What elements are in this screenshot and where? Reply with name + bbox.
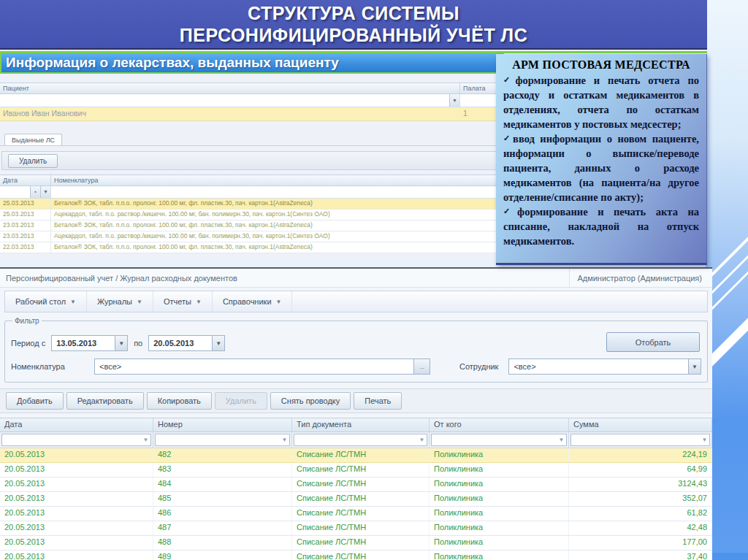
row-doc-type: Списание ЛС/ТМН: [292, 521, 430, 535]
toolbar-button-печать[interactable]: Печать: [354, 392, 402, 410]
toolbar-button-снять-проводку[interactable]: Снять проводку: [270, 392, 351, 410]
tab-strip: Выданные ЛС: [0, 132, 504, 145]
document-table-row[interactable]: 20.05.2013487Списание ЛС/ТМНПоликлиника4…: [0, 521, 712, 536]
row-date: 20.05.2013: [0, 536, 153, 550]
menu-item-журналы[interactable]: Журналы▼: [87, 291, 153, 312]
filter-funnel-icon[interactable]: ▼: [141, 437, 150, 443]
toolbar-button-копировать[interactable]: Копировать: [147, 392, 212, 410]
drug-table-row[interactable]: 25.03.2013Беталок® ЗОК, табл. п.п.о. про…: [0, 199, 504, 210]
row-doc-type: Списание ЛС/ТМН: [292, 507, 430, 521]
document-table-row[interactable]: 20.05.2013488Списание ЛС/ТМНПоликлиника1…: [0, 536, 712, 551]
employee-input[interactable]: <все> ▼: [508, 358, 701, 375]
row-number: 487: [153, 521, 292, 535]
toolbar-button-добавить[interactable]: Добавить: [6, 392, 64, 410]
drug-table-row[interactable]: 23.03.2013Ацекардол, табл. п.о. раствор.…: [0, 231, 504, 242]
column-header-date[interactable]: Дата: [0, 175, 51, 185]
filter-input[interactable]: ▼: [155, 434, 290, 446]
document-table-row[interactable]: 20.05.2013483Списание ЛС/ТМНПоликлиника6…: [0, 463, 712, 477]
row-from: Поликлиника: [430, 507, 569, 521]
period-from-label: Период с: [11, 339, 45, 348]
slide-header: СТРУКТУРА СИСТЕМЫ ПЕРСОНИФИЦИРОВАННЫЙ УЧ…: [0, 0, 707, 50]
drug-row-nomenclature: Ацекардол, табл. п.о. раствор./кишечн. 1…: [51, 210, 504, 220]
row-number: 483: [153, 463, 292, 477]
chevron-down-icon[interactable]: ▼: [688, 359, 701, 374]
patient-selected-row[interactable]: Иванов Иван Иванович 1: [0, 107, 504, 121]
calendar-combo-icon[interactable]: ▪: [30, 186, 40, 198]
drug-row-nomenclature: Беталок® ЗОК, табл. п.п.о. пролонг. 100.…: [51, 199, 504, 209]
filter-cell: ▼: [0, 432, 153, 448]
drug-table-row[interactable]: 25.03.2013Ацекардол, табл. п.о. раствор.…: [0, 210, 504, 220]
toolbar-button-редактировать[interactable]: Редактировать: [66, 392, 144, 410]
chevron-down-icon[interactable]: ▼: [449, 94, 459, 107]
document-table-row[interactable]: 20.05.2013486Списание ЛС/ТМНПоликлиника6…: [0, 507, 712, 521]
row-sum: 37,40: [569, 551, 712, 560]
menu-bar: Рабочий стол▼Журналы▼Отчеты▼Справочники▼: [4, 291, 708, 312]
column-header-2[interactable]: Номер: [153, 418, 292, 431]
document-toolbar: ДобавитьРедактироватьКопироватьУдалитьСн…: [0, 388, 712, 413]
document-table-row[interactable]: 20.05.2013489Списание ЛС/ТМНПоликлиника3…: [0, 551, 712, 560]
menu-item-справочники[interactable]: Справочники▼: [213, 291, 293, 312]
filter-funnel-icon[interactable]: ▼: [280, 437, 289, 443]
chevron-down-icon[interactable]: ▼: [40, 186, 50, 198]
filter-cell: ▼: [292, 432, 430, 448]
column-header-nomenclature[interactable]: Номенклатура: [51, 175, 504, 185]
ellipsis-button[interactable]: ...: [413, 359, 430, 374]
filter-funnel-icon[interactable]: ▼: [700, 437, 709, 443]
document-table-row[interactable]: 20.05.2013485Списание ЛС/ТМНПоликлиника3…: [0, 492, 712, 507]
annotation-panel: АРМ ПОСТОВАЯ МЕДСЕСТРА ✓формирование и п…: [496, 54, 707, 265]
drug-row-nomenclature: Беталок® ЗОК, табл. п.п.о. пролонг. 100.…: [51, 220, 504, 231]
drug-nomenclature-filter[interactable]: [51, 186, 504, 198]
period-from-input[interactable]: 13.05.2013 ▼: [51, 335, 128, 351]
filter-input[interactable]: ▼: [1, 434, 151, 446]
row-from: Поликлиника: [430, 492, 569, 506]
menu-item-label: Отчеты: [164, 297, 191, 306]
filter-input[interactable]: ▼: [294, 434, 427, 446]
row-from: Поликлиника: [430, 521, 569, 535]
row-from: Поликлиника: [430, 477, 569, 491]
drug-row-date: 25.03.2013: [0, 210, 51, 220]
select-button[interactable]: Отобрать: [606, 332, 700, 352]
patient-filter-input[interactable]: ▼: [0, 94, 460, 107]
check-icon: ✓: [503, 207, 517, 215]
drug-table-row[interactable]: 22.03.2013Беталок® ЗОК, табл. п.п.о. про…: [0, 242, 504, 253]
row-date: 20.05.2013: [0, 463, 153, 477]
row-number: 482: [153, 448, 292, 462]
menu-item-рабочий-стол[interactable]: Рабочий стол▼: [5, 291, 87, 312]
filter-funnel-icon[interactable]: ▼: [557, 437, 566, 443]
column-header-4[interactable]: От кого: [430, 418, 569, 431]
breadcrumb[interactable]: Персонифицированный учет / Журнал расход…: [0, 274, 569, 283]
chevron-down-icon[interactable]: ▼: [115, 336, 127, 350]
row-number: 486: [153, 507, 292, 521]
column-header-patient[interactable]: Пациент: [0, 83, 460, 93]
user-badge[interactable]: Администратор (Администрация): [569, 269, 712, 287]
row-sum: 42,48: [569, 521, 712, 535]
row-sum: 352,07: [569, 492, 712, 506]
document-table-row[interactable]: 20.05.2013482Списание ЛС/ТМНПоликлиника2…: [0, 448, 712, 463]
menu-item-отчеты[interactable]: Отчеты▼: [153, 291, 213, 312]
panel-bullet: ✓формирование и печать отчета по расходу…: [503, 73, 699, 131]
filter-legend: Фильтр: [12, 317, 42, 325]
nomenclature-input[interactable]: <все> ...: [94, 358, 430, 375]
column-header-5[interactable]: Сумма: [569, 418, 712, 431]
delete-button[interactable]: Удалить: [8, 154, 58, 168]
column-header-3[interactable]: Тип документа: [292, 418, 430, 431]
panel-title: АРМ ПОСТОВАЯ МЕДСЕСТРА: [503, 58, 699, 72]
filter-cell: ▼: [430, 432, 569, 448]
period-to-input[interactable]: 20.05.2013 ▼: [148, 335, 225, 351]
filter-input[interactable]: ▼: [431, 434, 567, 446]
filter-funnel-icon[interactable]: ▼: [417, 437, 427, 443]
slide-title-line2: ПЕРСОНИФИЦИРОВАННЫЙ УЧЁТ ЛС: [180, 24, 527, 46]
tab-issued-drugs[interactable]: Выданные ЛС: [4, 134, 62, 145]
drug-table-row[interactable]: 23.03.2013Беталок® ЗОК, табл. п.п.о. про…: [0, 220, 504, 231]
document-table-row[interactable]: 20.05.2013484Списание ЛС/ТМНПоликлиника3…: [0, 477, 712, 492]
upper-window-title: Информация о лекарствах, выданных пациен…: [0, 53, 504, 74]
chevron-down-icon: ▼: [137, 299, 142, 305]
column-header-1[interactable]: Дата: [0, 418, 153, 431]
drug-table-body: 25.03.2013Беталок® ЗОК, табл. п.п.о. про…: [0, 199, 504, 253]
filter-input[interactable]: ▼: [570, 434, 710, 446]
row-date: 20.05.2013: [0, 477, 153, 491]
drug-date-filter[interactable]: ▼ ▪: [0, 186, 51, 198]
chevron-down-icon[interactable]: ▼: [212, 336, 224, 350]
drug-filter-row: ▼ ▪: [0, 186, 504, 199]
period-from-value: 13.05.2013: [52, 339, 115, 348]
